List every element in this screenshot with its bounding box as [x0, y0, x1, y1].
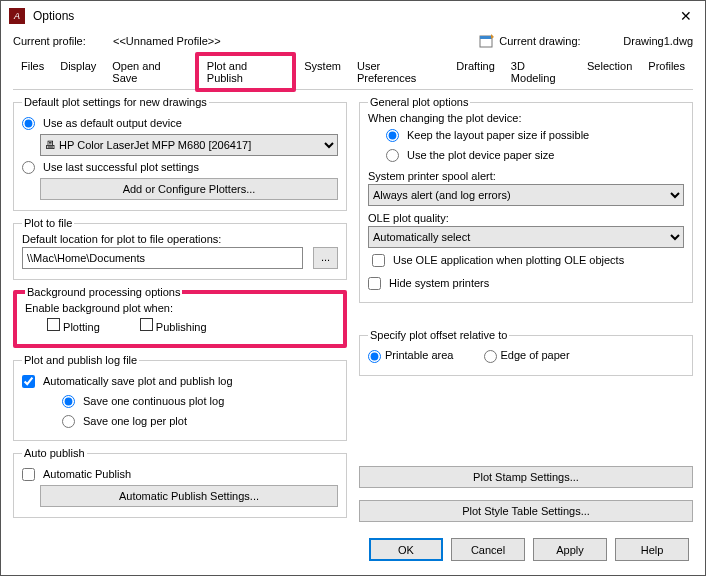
plotting-checkbox[interactable] — [47, 318, 60, 331]
plot-style-table-settings-button[interactable]: Plot Style Table Settings... — [359, 500, 693, 522]
plotting-label: Plotting — [63, 321, 100, 333]
tab-plot-publish[interactable]: Plot and Publish — [195, 52, 296, 92]
auto-publish-legend: Auto publish — [22, 447, 87, 459]
background-when-label: Enable background plot when: — [25, 302, 335, 314]
use-last-settings-label: Use last successful plot settings — [43, 161, 199, 173]
ok-button[interactable]: OK — [369, 538, 443, 561]
tab-system[interactable]: System — [296, 55, 349, 89]
one-log-per-plot-label: Save one log per plot — [83, 415, 187, 427]
publishing-checkbox[interactable] — [140, 318, 153, 331]
edge-of-paper-label: Edge of paper — [501, 349, 570, 361]
one-continuous-log-radio[interactable] — [62, 395, 75, 408]
current-drawing-value: Drawing1.dwg — [623, 35, 693, 47]
cancel-button[interactable]: Cancel — [451, 538, 525, 561]
drawing-icon — [479, 33, 495, 49]
printable-area-radio[interactable] — [368, 350, 381, 363]
add-configure-plotters-button[interactable]: Add or Configure Plotters... — [40, 178, 338, 200]
general-plot-options-legend: General plot options — [368, 96, 470, 108]
printable-area-label: Printable area — [385, 349, 454, 361]
change-device-label: When changing the plot device: — [368, 112, 684, 124]
browse-button[interactable]: ... — [313, 247, 338, 269]
auto-publish-group: Auto publish Automatic Publish Automatic… — [13, 447, 347, 518]
auto-save-log-checkbox[interactable] — [22, 375, 35, 388]
auto-save-log-label: Automatically save plot and publish log — [43, 375, 233, 387]
current-drawing-label: Current drawing: — [499, 35, 599, 47]
automatic-publish-label: Automatic Publish — [43, 468, 131, 480]
tab-profiles[interactable]: Profiles — [640, 55, 693, 89]
ole-quality-dropdown[interactable]: Automatically select — [368, 226, 684, 248]
log-file-legend: Plot and publish log file — [22, 354, 139, 366]
use-default-device-radio[interactable] — [22, 117, 35, 130]
plot-offset-group: Specify plot offset relative to Printabl… — [359, 329, 693, 376]
one-continuous-log-label: Save one continuous plot log — [83, 395, 224, 407]
plot-to-file-label: Default location for plot to file operat… — [22, 233, 338, 245]
use-ole-app-label: Use OLE application when plotting OLE ob… — [393, 254, 684, 266]
tab-files[interactable]: Files — [13, 55, 52, 89]
window-title: Options — [33, 9, 74, 23]
help-button[interactable]: Help — [615, 538, 689, 561]
plot-to-file-path-input[interactable] — [22, 247, 303, 269]
plot-offset-legend: Specify plot offset relative to — [368, 329, 509, 341]
spool-alert-dropdown[interactable]: Always alert (and log errors) — [368, 184, 684, 206]
use-default-device-label: Use as default output device — [43, 117, 182, 129]
tab-display[interactable]: Display — [52, 55, 104, 89]
plot-to-file-group: Plot to file Default location for plot t… — [13, 217, 347, 280]
default-device-dropdown[interactable]: 🖶 HP Color LaserJet MFP M680 [206417] — [40, 134, 338, 156]
use-last-settings-radio[interactable] — [22, 161, 35, 174]
automatic-publish-settings-button[interactable]: Automatic Publish Settings... — [40, 485, 338, 507]
close-button[interactable]: ✕ — [675, 5, 697, 27]
current-profile-label: Current profile: — [13, 35, 113, 47]
dialog-footer: OK Cancel Apply Help — [1, 528, 705, 575]
tab-selection[interactable]: Selection — [579, 55, 640, 89]
use-device-paper-label: Use the plot device paper size — [407, 149, 554, 161]
plot-stamp-settings-button[interactable]: Plot Stamp Settings... — [359, 466, 693, 488]
plot-to-file-legend: Plot to file — [22, 217, 74, 229]
app-icon: A — [9, 8, 25, 24]
svg-rect-1 — [480, 36, 492, 39]
default-plot-settings-legend: Default plot settings for new drawings — [22, 96, 209, 108]
keep-layout-label: Keep the layout paper size if possible — [407, 129, 589, 141]
use-ole-app-checkbox[interactable] — [372, 254, 385, 267]
one-log-per-plot-radio[interactable] — [62, 415, 75, 428]
use-device-paper-radio[interactable] — [386, 149, 399, 162]
hide-system-printers-checkbox[interactable] — [368, 277, 381, 290]
background-processing-legend: Background processing options — [25, 286, 182, 298]
apply-button[interactable]: Apply — [533, 538, 607, 561]
tab-3d-modeling[interactable]: 3D Modeling — [503, 55, 579, 89]
tab-user-pref[interactable]: User Preferences — [349, 55, 448, 89]
tab-bar: Files Display Open and Save Plot and Pub… — [13, 55, 693, 90]
keep-layout-radio[interactable] — [386, 129, 399, 142]
tab-drafting[interactable]: Drafting — [448, 55, 503, 89]
publishing-label: Publishing — [156, 321, 207, 333]
current-profile-value: <<Unnamed Profile>> — [113, 35, 273, 47]
automatic-publish-checkbox[interactable] — [22, 468, 35, 481]
default-plot-settings-group: Default plot settings for new drawings U… — [13, 96, 347, 211]
hide-system-printers-label: Hide system printers — [389, 277, 489, 289]
titlebar: A Options ✕ — [1, 1, 705, 31]
log-file-group: Plot and publish log file Automatically … — [13, 354, 347, 441]
tab-open-save[interactable]: Open and Save — [104, 55, 194, 89]
background-processing-group: Background processing options Enable bac… — [13, 286, 347, 348]
spool-alert-label: System printer spool alert: — [368, 170, 684, 182]
ole-quality-label: OLE plot quality: — [368, 212, 684, 224]
edge-of-paper-radio[interactable] — [484, 350, 497, 363]
general-plot-options-group: General plot options When changing the p… — [359, 96, 693, 303]
